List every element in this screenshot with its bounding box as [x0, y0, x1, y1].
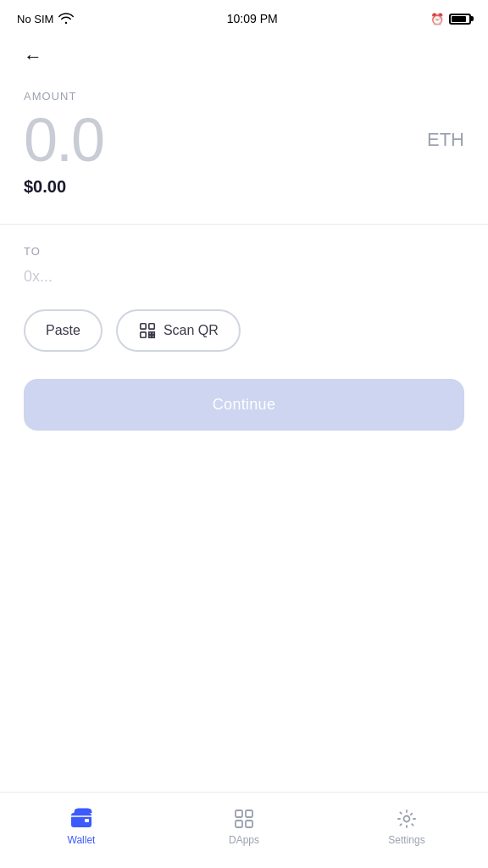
nav-item-wallet[interactable]: Wallet	[0, 800, 163, 853]
currency-label: ETH	[427, 129, 464, 151]
scan-qr-label: Scan QR	[164, 323, 219, 338]
scan-qr-icon	[138, 321, 157, 340]
bottom-nav: Wallet DApps Settings	[0, 792, 488, 868]
settings-nav-icon	[395, 807, 419, 831]
status-carrier: No SIM	[17, 13, 74, 25]
continue-label: Continue	[213, 396, 275, 413]
status-time: 10:09 PM	[227, 12, 278, 25]
wifi-icon	[58, 13, 74, 25]
dapps-nav-icon	[232, 807, 256, 831]
svg-rect-6	[152, 336, 154, 338]
amount-row: 0.0 ETH	[24, 109, 464, 170]
svg-rect-11	[236, 821, 242, 827]
back-arrow-icon: ←	[24, 47, 42, 66]
settings-nav-label: Settings	[388, 834, 424, 846]
amount-value: 0.0	[24, 109, 103, 170]
back-button[interactable]: ←	[24, 47, 464, 66]
to-label: TO	[24, 245, 464, 258]
battery-icon	[449, 14, 471, 25]
svg-point-13	[404, 815, 410, 821]
nav-item-settings[interactable]: Settings	[325, 800, 488, 853]
dapps-nav-label: DApps	[229, 834, 259, 846]
svg-rect-2	[141, 332, 146, 337]
alarm-icon: ⏰	[430, 13, 444, 25]
svg-rect-3	[149, 332, 152, 335]
divider	[0, 224, 488, 225]
fiat-value: $0.00	[24, 177, 464, 197]
amount-label: AMOUNT	[24, 90, 464, 103]
to-section: TO	[24, 245, 464, 289]
svg-rect-5	[149, 336, 152, 338]
svg-rect-8	[85, 819, 89, 822]
status-indicators: ⏰	[430, 13, 471, 25]
status-bar: No SIM 10:09 PM ⏰	[0, 0, 488, 34]
paste-label: Paste	[46, 323, 80, 338]
to-address-input[interactable]	[24, 264, 464, 289]
svg-rect-12	[246, 821, 252, 827]
carrier-text: No SIM	[17, 13, 53, 25]
svg-rect-9	[236, 810, 242, 817]
main-content: ← AMOUNT 0.0 ETH $0.00 TO Paste Scan QR	[0, 34, 488, 792]
action-buttons: Paste Scan QR	[24, 309, 464, 352]
wallet-nav-icon	[69, 807, 93, 831]
svg-rect-0	[141, 324, 146, 329]
svg-rect-4	[152, 332, 154, 335]
continue-button[interactable]: Continue	[24, 379, 464, 431]
svg-rect-10	[246, 810, 252, 817]
nav-item-dapps[interactable]: DApps	[163, 800, 325, 853]
paste-button[interactable]: Paste	[24, 309, 103, 352]
scan-qr-button[interactable]: Scan QR	[116, 309, 241, 352]
svg-rect-1	[149, 324, 154, 329]
wallet-nav-label: Wallet	[68, 834, 96, 846]
